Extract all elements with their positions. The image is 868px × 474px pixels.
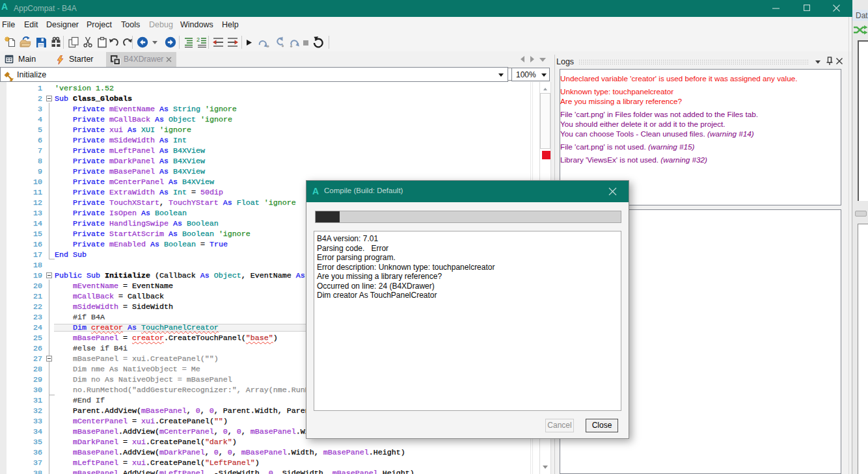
svg-text:2: 2 bbox=[197, 36, 200, 43]
